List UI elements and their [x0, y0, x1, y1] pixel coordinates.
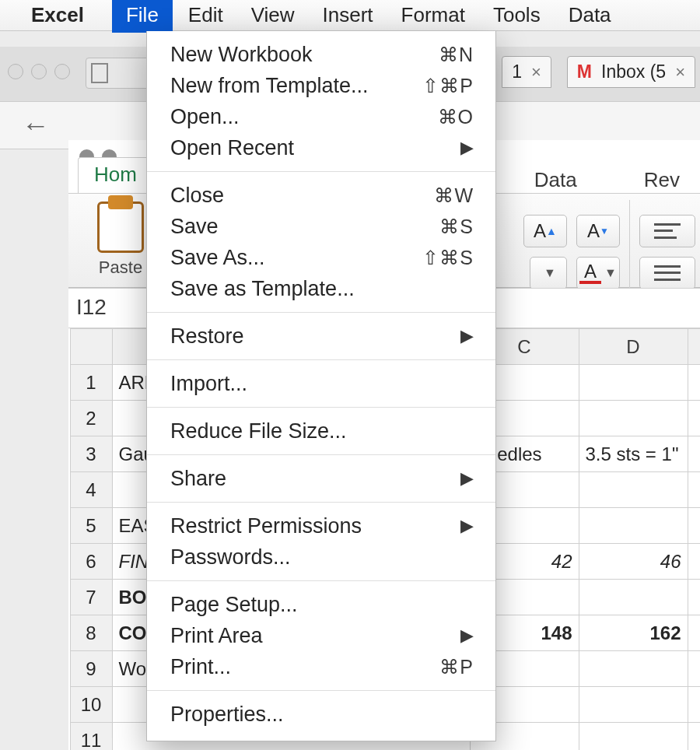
menu-item-print[interactable]: Print...⌘P	[147, 651, 495, 682]
row-header[interactable]: 11	[70, 723, 112, 751]
cell[interactable]	[579, 687, 688, 723]
browser-tab-gmail[interactable]: M Inbox (5 ×	[567, 56, 695, 88]
close-icon[interactable]: ×	[675, 62, 685, 82]
cell[interactable]	[688, 651, 700, 687]
macos-menubar: Excel File Edit View Insert Format Tools…	[0, 0, 700, 31]
menu-separator	[147, 312, 495, 313]
cell[interactable]	[579, 472, 688, 508]
menu-insert[interactable]: Insert	[323, 3, 373, 27]
name-box[interactable]: I12	[76, 295, 107, 320]
menu-item-restrict-permissions[interactable]: Restrict Permissions▶	[147, 510, 495, 541]
menu-view[interactable]: View	[251, 3, 295, 27]
col-header-D[interactable]: D	[579, 329, 688, 365]
paste-group[interactable]: Paste	[87, 202, 154, 278]
menu-item-label: Print Area	[170, 624, 263, 648]
menu-item-properties[interactable]: Properties...	[147, 699, 495, 730]
row-header[interactable]: 5	[70, 508, 112, 544]
menu-item-shortcut: ⌘W	[434, 184, 474, 207]
menu-item-label: Properties...	[170, 703, 284, 727]
menu-item-save[interactable]: Save⌘S	[147, 211, 495, 242]
menu-separator	[147, 359, 495, 360]
row-header[interactable]: 7	[70, 580, 112, 615]
menu-item-save-as[interactable]: Save As...⇧⌘S	[147, 242, 495, 273]
browser-tabs	[8, 51, 160, 95]
col-header-E[interactable]	[688, 329, 700, 365]
fill-color-button[interactable]: ▼	[530, 257, 567, 289]
submenu-arrow-icon: ▶	[460, 326, 474, 346]
paste-label: Paste	[87, 258, 154, 278]
row-header[interactable]: 4	[70, 472, 112, 508]
submenu-arrow-icon: ▶	[460, 626, 474, 646]
menu-item-reduce-file-size[interactable]: Reduce File Size...	[147, 415, 495, 447]
cell[interactable]: 3.5 sts = 1"	[579, 436, 688, 472]
menu-item-close[interactable]: Close⌘W	[147, 180, 495, 211]
menu-item-label: Reduce File Size...	[170, 419, 347, 443]
row-header[interactable]: 3	[70, 436, 112, 472]
cell[interactable]	[579, 580, 688, 615]
menu-tools[interactable]: Tools	[493, 3, 541, 27]
menu-item-open-recent[interactable]: Open Recent▶	[147, 132, 495, 163]
menu-format[interactable]: Format	[401, 3, 465, 27]
tab-1-label: 1	[512, 61, 522, 82]
cell[interactable]	[688, 687, 700, 723]
row-header[interactable]: 2	[70, 401, 112, 436]
menu-item-label: Restrict Permissions	[170, 514, 362, 538]
menu-data[interactable]: Data	[569, 3, 611, 27]
cell[interactable]	[579, 365, 688, 401]
file-menu-dropdown: New Workbook⌘NNew from Template...⇧⌘POpe…	[146, 31, 496, 741]
app-name[interactable]: Excel	[31, 3, 84, 27]
menu-item-label: Close	[170, 184, 224, 208]
cell[interactable]	[579, 401, 688, 436]
menu-item-import[interactable]: Import...	[147, 368, 495, 399]
row-header[interactable]: 1	[70, 365, 112, 401]
cell[interactable]	[688, 365, 700, 401]
cell[interactable]	[688, 472, 700, 508]
cell[interactable]	[688, 544, 700, 580]
row-header[interactable]: 10	[70, 687, 112, 723]
cell[interactable]	[688, 615, 700, 651]
browser-tab-1[interactable]: 1 ×	[502, 56, 551, 88]
tab-gmail-label: Inbox (5	[601, 61, 666, 82]
menu-item-shortcut: ⌘O	[438, 106, 474, 128]
menu-item-shortcut: ⇧⌘S	[422, 247, 474, 269]
browser-tabs-right: 1 × M Inbox (5 ×	[502, 56, 695, 88]
menu-edit[interactable]: Edit	[188, 3, 223, 27]
ribbon-tab-home[interactable]: Hom	[78, 157, 153, 193]
align-left-button[interactable]	[639, 257, 695, 289]
row-header[interactable]: 8	[70, 615, 112, 651]
menu-separator	[147, 690, 495, 691]
select-all-corner[interactable]	[70, 329, 112, 365]
cell[interactable]	[579, 723, 688, 751]
row-header[interactable]: 9	[70, 651, 112, 687]
menu-item-passwords[interactable]: Passwords...	[147, 541, 495, 573]
close-icon[interactable]: ×	[531, 62, 541, 82]
cell[interactable]	[688, 436, 700, 472]
cell[interactable]	[688, 401, 700, 436]
menu-item-print-area[interactable]: Print Area▶	[147, 620, 495, 651]
menu-item-label: Passwords...	[170, 545, 291, 570]
menu-item-page-setup[interactable]: Page Setup...	[147, 589, 495, 620]
cell[interactable]: 162	[579, 615, 688, 651]
window-traffic-lights[interactable]	[8, 63, 78, 84]
cell[interactable]	[688, 723, 700, 751]
cell[interactable]: 46	[579, 544, 688, 580]
menu-item-label: Print...	[170, 655, 231, 679]
back-arrow-icon[interactable]: ←	[22, 109, 50, 142]
menu-item-new-from-template[interactable]: New from Template...⇧⌘P	[147, 70, 495, 101]
menu-item-save-as-template[interactable]: Save as Template...	[147, 273, 495, 304]
menu-item-label: New Workbook	[170, 43, 313, 67]
cell[interactable]	[688, 508, 700, 544]
cell[interactable]	[688, 580, 700, 615]
cell[interactable]	[579, 651, 688, 687]
submenu-arrow-icon: ▶	[460, 516, 474, 536]
font-color-button[interactable]: A▼	[576, 257, 620, 289]
menu-item-new-workbook[interactable]: New Workbook⌘N	[147, 39, 495, 70]
menu-item-restore[interactable]: Restore▶	[147, 321, 495, 352]
menu-item-open[interactable]: Open...⌘O	[147, 101, 495, 132]
menu-item-share[interactable]: Share▶	[147, 463, 495, 494]
menu-file[interactable]: File	[112, 0, 173, 33]
row-header[interactable]: 6	[70, 544, 112, 580]
menu-item-label: Share	[170, 467, 226, 491]
menu-separator	[147, 171, 495, 172]
cell[interactable]	[579, 508, 688, 544]
